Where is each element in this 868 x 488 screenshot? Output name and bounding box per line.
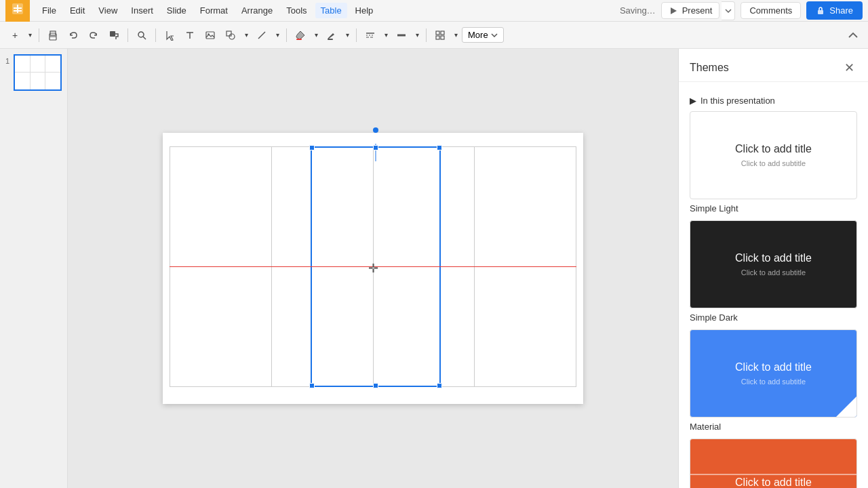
themes-title: Themes <box>690 62 729 74</box>
svg-rect-25 <box>441 31 444 35</box>
menu-file[interactable]: File <box>37 3 62 18</box>
slide-table[interactable] <box>170 146 576 387</box>
border-color-button[interactable] <box>322 26 341 45</box>
theme-preview-simple-light[interactable]: Click to add title Click to add subtitle <box>690 111 857 199</box>
themes-header: Themes ✕ <box>679 49 868 82</box>
menu-bar: File Edit View Insert Slide Format Arran… <box>37 3 378 18</box>
sep2 <box>127 28 128 42</box>
menu-format[interactable]: Format <box>195 3 233 18</box>
shapes-button[interactable] <box>221 26 240 45</box>
line-dropdown[interactable]: ▾ <box>273 26 282 45</box>
shapes-icon <box>225 30 236 41</box>
theme-card-simple-light: Click to add title Click to add subtitle… <box>690 111 857 214</box>
menu-help[interactable]: Help <box>350 3 379 18</box>
image-button[interactable] <box>201 26 220 45</box>
menu-insert[interactable]: Insert <box>125 3 159 18</box>
title-bar: File Edit View Insert Slide Format Arran… <box>0 0 868 22</box>
add-button[interactable]: + <box>5 26 24 45</box>
sep3 <box>155 28 156 42</box>
table-cell[interactable] <box>475 267 576 387</box>
svg-rect-16 <box>226 31 231 36</box>
border-weight-dropdown[interactable]: ▾ <box>412 26 422 45</box>
table-cell[interactable] <box>170 267 272 387</box>
svg-rect-26 <box>436 36 439 39</box>
zoom-button[interactable] <box>132 26 151 45</box>
paint-format-button[interactable] <box>104 26 123 45</box>
undo-icon <box>68 30 79 41</box>
theme-subtitle-simple-dark: Click to add subtitle <box>741 268 806 277</box>
cursor-icon <box>164 30 175 41</box>
border-weight-button[interactable] <box>392 26 411 45</box>
add-dropdown[interactable]: ▾ <box>25 26 35 45</box>
fill-dropdown[interactable]: ▾ <box>311 26 321 45</box>
menu-edit[interactable]: Edit <box>64 3 90 18</box>
redo-icon <box>88 30 99 41</box>
chevron-down-icon <box>725 9 732 13</box>
fill-color-button[interactable] <box>291 26 310 45</box>
table-cell[interactable] <box>475 147 576 267</box>
cursor-button[interactable] <box>160 26 179 45</box>
table-cell[interactable] <box>170 147 272 267</box>
line-button[interactable] <box>252 26 271 45</box>
slide-thumbnail[interactable] <box>14 54 62 91</box>
toolbar: + ▾ ▾ ▾ ▾ ▾ ▾ <box>0 22 868 49</box>
table-row <box>170 267 576 387</box>
table-cell[interactable] <box>271 147 373 267</box>
slide-canvas[interactable]: ✛ <box>163 133 583 404</box>
more-button[interactable]: More <box>462 27 504 43</box>
canvas-area[interactable]: ✛ <box>68 49 678 488</box>
border-style-button[interactable] <box>361 26 380 45</box>
present-button[interactable]: Present <box>661 2 720 19</box>
paint-format-icon <box>108 30 119 41</box>
text-button[interactable] <box>180 26 199 45</box>
menu-view[interactable]: View <box>93 3 123 18</box>
table-options-icon <box>435 30 446 41</box>
theme-name-simple-light: Simple Light <box>690 203 857 214</box>
theme-subtitle-material: Click to add subtitle <box>741 378 806 386</box>
border-dropdown[interactable]: ▾ <box>342 26 352 45</box>
zoom-icon <box>136 30 147 41</box>
menu-arrange[interactable]: Arrange <box>236 3 278 18</box>
redo-button[interactable] <box>84 26 103 45</box>
border-weight-icon <box>396 30 407 41</box>
svg-point-9 <box>138 32 144 37</box>
theme-preview-material[interactable]: Click to add title Click to add subtitle <box>690 329 857 418</box>
toolbar-group-add: + ▾ <box>5 26 35 45</box>
app-logo <box>5 0 30 23</box>
share-button[interactable]: Share <box>806 1 863 20</box>
sep5 <box>356 28 357 42</box>
table-options-button[interactable] <box>431 26 450 45</box>
shapes-dropdown[interactable]: ▾ <box>241 26 251 45</box>
table-row <box>170 147 576 267</box>
undo-button[interactable] <box>64 26 83 45</box>
table-cell[interactable] <box>373 267 475 387</box>
svg-rect-6 <box>50 37 56 40</box>
menu-slide[interactable]: Slide <box>161 3 192 18</box>
table-cell[interactable] <box>373 147 475 267</box>
theme-subtitle-simple-light: Click to add subtitle <box>741 159 806 167</box>
saving-status: Saving… <box>620 5 656 16</box>
table-options-dropdown[interactable]: ▾ <box>451 26 460 45</box>
svg-marker-4 <box>671 7 677 14</box>
material-corner-decoration <box>836 396 856 417</box>
border-style-dropdown[interactable]: ▾ <box>381 26 391 45</box>
present-dropdown[interactable] <box>722 1 735 20</box>
print-button[interactable] <box>43 26 62 45</box>
theme-title-material: Click to add title <box>735 361 812 373</box>
slide-panel: 1 <box>0 49 68 488</box>
close-themes-button[interactable]: ✕ <box>841 60 857 76</box>
table-cell[interactable] <box>271 267 373 387</box>
sep6 <box>426 28 427 42</box>
collapse-toolbar-button[interactable] <box>844 26 863 45</box>
menu-tools[interactable]: Tools <box>281 3 312 18</box>
theme-preview-streamline[interactable]: Click to add title <box>690 439 857 488</box>
theme-card-material: Click to add title Click to add subtitle… <box>690 329 857 432</box>
text-icon <box>184 30 195 41</box>
comments-button[interactable]: Comments <box>741 2 801 19</box>
menu-table[interactable]: Table <box>315 3 347 18</box>
in-presentation[interactable]: ▶ In this presentation <box>690 90 857 111</box>
theme-preview-simple-dark[interactable]: Click to add title Click to add subtitle <box>690 220 857 308</box>
svg-line-10 <box>143 37 146 39</box>
main-area: 1 <box>0 49 868 488</box>
svg-rect-18 <box>296 39 302 40</box>
